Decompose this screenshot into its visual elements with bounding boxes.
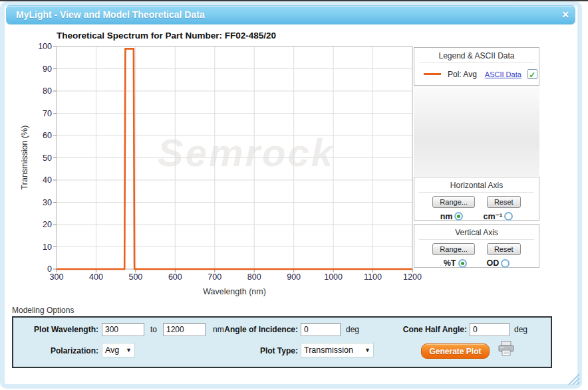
window-top-edge: [0, 0, 588, 1]
vertical-reset-button[interactable]: Reset: [487, 243, 521, 255]
x-tick-label: 800: [239, 272, 269, 282]
y-tick-label: 40: [29, 175, 52, 185]
y-tick-label: 70: [29, 109, 52, 118]
legend-panel: Legend & ASCII Data Pol: Avg ASCII Data: [414, 47, 539, 86]
y-tick-label: 100: [29, 42, 52, 51]
dialog-title: MyLight - View and Model Theoretical Dat…: [16, 9, 205, 20]
x-axis-label: Wavelength (nm): [57, 287, 412, 296]
y-tick-label: 0: [29, 264, 52, 274]
legend-entry-label: Pol: Avg: [448, 70, 477, 79]
legend-visibility-checkbox[interactable]: [527, 69, 537, 79]
unit-pct-t-radio[interactable]: [458, 259, 467, 268]
unit-nm-label: nm: [440, 212, 453, 221]
unit-od-radio[interactable]: [501, 259, 510, 268]
angle-of-incidence-label: Angle of Incidence:: [220, 325, 298, 334]
cone-half-angle-input[interactable]: [470, 323, 510, 336]
x-tick-label: 500: [121, 272, 150, 282]
unit-cm1-radio[interactable]: [504, 212, 513, 221]
legend-row: Pol: Avg ASCII Data: [414, 63, 539, 79]
y-tick-label: 20: [29, 220, 52, 229]
x-tick-label: 1000: [319, 272, 348, 282]
close-icon[interactable]: ✕: [559, 8, 572, 21]
x-tick-label: 1200: [398, 272, 427, 282]
unit-pct-t-label: %T: [444, 258, 456, 268]
to-text: to: [150, 325, 157, 334]
vertical-range-button[interactable]: Range...: [432, 243, 475, 255]
dialog-titlebar[interactable]: MyLight - View and Model Theoretical Dat…: [6, 5, 575, 25]
plot-area[interactable]: [57, 47, 412, 269]
side-panel-spacer: [414, 86, 539, 176]
separator: [419, 192, 534, 193]
x-tick-label: 300: [42, 272, 71, 282]
vertical-axis-panel: Vertical Axis Range... Reset %T OD: [414, 224, 539, 268]
horizontal-range-button[interactable]: Range...: [432, 196, 475, 208]
angle-of-incidence-input[interactable]: [301, 323, 341, 336]
x-tick-label: 700: [200, 272, 229, 282]
x-tick-label: 600: [160, 272, 190, 282]
mylight-dialog: MyLight - View and Model Theoretical Dat…: [0, 0, 588, 390]
unit-pct-t-option[interactable]: %T: [444, 258, 467, 268]
polarization-label: Polarization:: [39, 346, 98, 355]
unit-od-label: OD: [487, 258, 500, 268]
unit-cm1-label: cm⁻¹: [483, 211, 502, 221]
print-icon[interactable]: [498, 341, 515, 357]
y-tick-label: 80: [29, 86, 52, 96]
dropdown-arrow-icon: ▼: [120, 347, 132, 353]
x-tick-label: 400: [81, 272, 110, 282]
y-tick-label: 30: [29, 198, 52, 207]
plot-type-value: Transmission: [304, 345, 353, 355]
unit-nm-option[interactable]: nm: [440, 212, 464, 221]
resize-grip[interactable]: [566, 373, 581, 385]
unit-nm-radio[interactable]: [454, 212, 463, 221]
plot-type-select[interactable]: Transmission ▼: [301, 343, 374, 357]
horizontal-axis-title: Horizontal Axis: [414, 177, 539, 190]
horizontal-axis-panel: Horizontal Axis Range... Reset nm cm⁻¹: [414, 177, 539, 221]
aoi-unit: deg: [346, 325, 359, 334]
polarization-value: Avg: [105, 345, 119, 355]
separator: [419, 239, 534, 240]
series-line: [57, 49, 412, 269]
y-tick-label: 50: [29, 153, 52, 163]
unit-od-option[interactable]: OD: [487, 258, 510, 268]
legend-panel-title: Legend & ASCII Data: [414, 48, 539, 60]
ascii-data-link[interactable]: ASCII Data: [485, 70, 521, 78]
legend-swatch: [424, 73, 441, 75]
vertical-axis-title: Vertical Axis: [414, 225, 539, 237]
modeling-options-label: Modeling Options: [12, 306, 74, 315]
horizontal-reset-button[interactable]: Reset: [487, 196, 521, 208]
chart-title: Theoretical Spectrum for Part Number: FF…: [57, 31, 276, 41]
x-tick-label: 900: [279, 272, 309, 282]
cone-unit: deg: [514, 325, 527, 334]
plot-wavelength-label: Plot Wavelength:: [13, 325, 98, 334]
polarization-select[interactable]: Avg ▼: [102, 343, 135, 357]
unit-cm1-option[interactable]: cm⁻¹: [483, 211, 513, 221]
y-tick-label: 10: [29, 243, 52, 252]
dropdown-arrow-icon: ▼: [359, 347, 370, 353]
wavelength-from-input[interactable]: [102, 323, 144, 336]
generate-plot-button[interactable]: Generate Plot: [421, 343, 490, 359]
y-tick-label: 60: [29, 131, 52, 140]
x-tick-label: 1100: [359, 272, 388, 282]
y-tick-label: 90: [29, 64, 52, 74]
wavelength-to-input[interactable]: [163, 323, 206, 336]
cone-half-angle-label: Cone Half Angle:: [390, 325, 467, 334]
plot-type-label: Plot Type:: [246, 346, 298, 355]
